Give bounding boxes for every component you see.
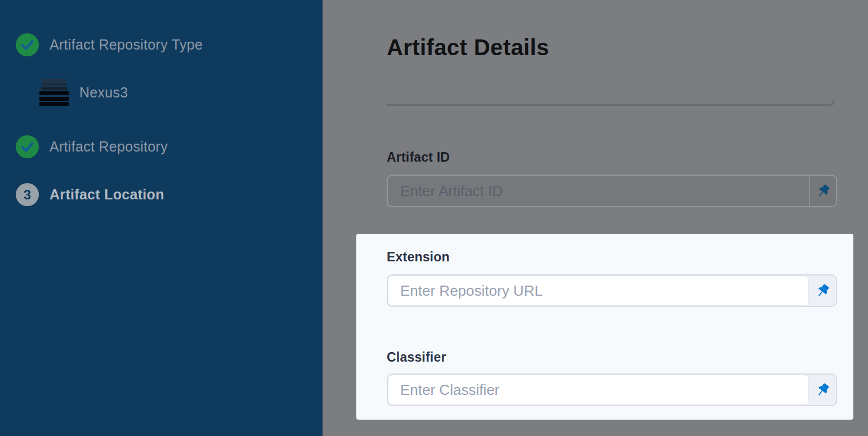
classifier-pin-button[interactable] <box>809 375 836 405</box>
sidebar-item-label: Nexus3 <box>79 84 128 101</box>
artifact-id-field-label: Artifact ID <box>387 150 450 165</box>
artifact-id-pin-button[interactable] <box>809 176 836 206</box>
sidebar-item-label: Artifact Location <box>50 186 164 203</box>
extension-field-label: Extension <box>387 250 450 265</box>
pin-icon <box>815 382 830 398</box>
section-divider <box>387 100 835 106</box>
artifact-details-panel: Artifact Details Artifact ID Extension <box>323 0 868 436</box>
artifact-id-field <box>387 175 837 207</box>
check-icon <box>16 33 39 56</box>
classifier-field-label: Classifier <box>387 350 446 365</box>
extension-input[interactable] <box>388 275 809 306</box>
sidebar-item-nexus3[interactable]: Nexus3 <box>39 79 128 106</box>
nexus3-logo <box>39 79 69 106</box>
extension-pin-button[interactable] <box>809 275 836 306</box>
wizard-steps-sidebar: Artifact Repository Type Nexus3 Artifact… <box>0 0 323 436</box>
sidebar-item-artifact-location[interactable]: 3 Artifact Location <box>16 183 164 206</box>
step-number-badge: 3 <box>16 183 39 206</box>
pin-icon <box>816 184 831 199</box>
artifact-wizard-window: Artifact Repository Type Nexus3 Artifact… <box>0 0 868 436</box>
highlighted-fields-region: Extension Classifier <box>356 234 853 420</box>
step-number: 3 <box>24 187 31 203</box>
check-icon <box>16 135 39 158</box>
page-title: Artifact Details <box>387 35 549 60</box>
classifier-input[interactable] <box>388 375 809 405</box>
sidebar-item-label: Artifact Repository Type <box>50 37 203 53</box>
artifact-id-input[interactable] <box>388 176 809 206</box>
sidebar-item-artifact-repository[interactable]: Artifact Repository <box>16 135 168 158</box>
pin-icon <box>815 283 830 299</box>
sidebar-item-artifact-repository-type[interactable]: Artifact Repository Type <box>16 33 203 56</box>
classifier-field <box>387 373 837 406</box>
sidebar-item-label: Artifact Repository <box>50 139 168 155</box>
extension-field <box>387 274 837 307</box>
